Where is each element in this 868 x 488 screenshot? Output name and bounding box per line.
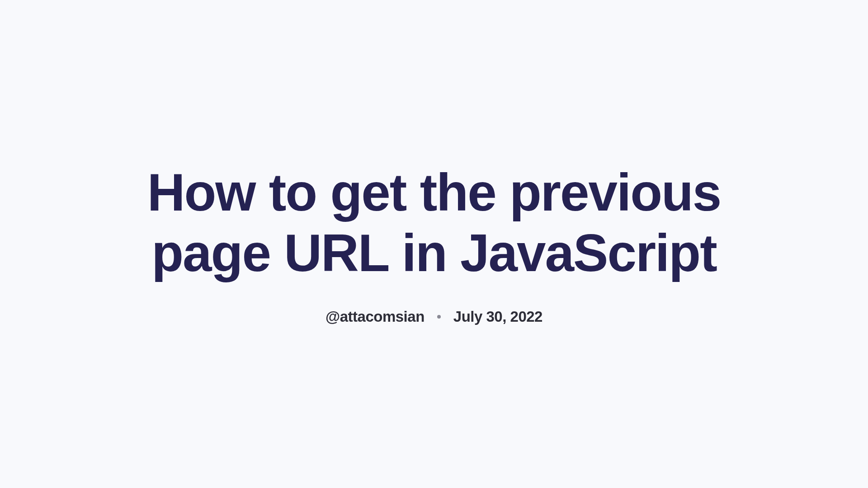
article-title: How to get the previous page URL in Java…: [118, 163, 750, 283]
publish-date: July 30, 2022: [453, 308, 542, 325]
bullet-separator-icon: [437, 315, 441, 319]
content-container: How to get the previous page URL in Java…: [118, 163, 750, 325]
article-meta: @attacomsian July 30, 2022: [326, 308, 542, 325]
author-handle: @attacomsian: [326, 308, 425, 325]
